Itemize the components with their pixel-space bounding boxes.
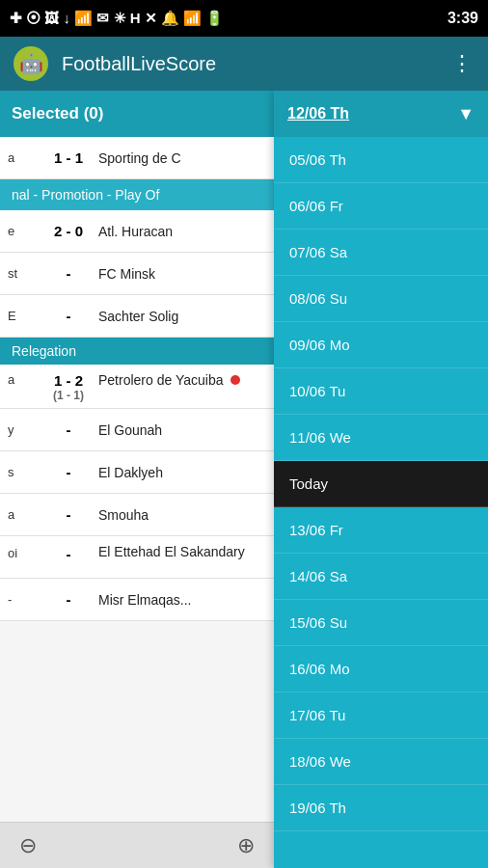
app-icon: 🤖 [14, 46, 48, 81]
dropdown-header[interactable]: 12/06 Th ▼ [274, 91, 488, 137]
match-score: - [44, 506, 93, 523]
zoom-bar: ⊖ ⊕ [0, 822, 274, 868]
match-row[interactable]: a - Smouha [0, 494, 274, 536]
date-item[interactable]: 15/06 Su [274, 600, 488, 646]
match-score: - [44, 591, 93, 608]
match-time: a [8, 150, 44, 165]
match-team: El Ettehad El Sakandary [93, 544, 266, 559]
app-bar: 🤖 FootballLiveScore ⋮ [0, 37, 488, 91]
status-bar: ✚ ⦿ 🖼 ↓ 📶 ✉ ✳ H ✕ 🔔 📶 🔋 3:39 [0, 0, 488, 37]
app-title: FootballLiveScore [62, 53, 451, 75]
match-time: oi [8, 544, 44, 560]
match-time: - [8, 592, 44, 607]
date-item[interactable]: 19/06 Th [274, 785, 488, 831]
match-score: - [44, 464, 93, 480]
status-left-icons: ✚ ⦿ 🖼 ↓ 📶 ✉ ✳ H ✕ 🔔 📶 🔋 [10, 10, 224, 27]
section-header-promotion: nal - Promotion - Play Of [0, 179, 274, 210]
overflow-menu-button[interactable]: ⋮ [451, 51, 474, 76]
date-item[interactable]: 08/06 Su [274, 276, 488, 322]
date-item[interactable]: 11/06 We [274, 415, 488, 461]
match-row[interactable]: E - Sachter Solig [0, 295, 274, 338]
match-score: - [44, 544, 93, 562]
match-time: a [8, 507, 44, 522]
status-time: 3:39 [447, 10, 478, 27]
date-item[interactable]: 05/06 Th [274, 137, 488, 183]
red-dot-indicator [230, 375, 240, 385]
match-time: s [8, 465, 44, 479]
date-item[interactable]: 09/06 Mo [274, 322, 488, 368]
match-row[interactable]: a 1 - 1 Sporting de C [0, 137, 274, 179]
date-item[interactable]: 10/06 Tu [274, 368, 488, 415]
match-row[interactable]: e 2 - 0 Atl. Huracan [0, 210, 274, 253]
match-score: - [44, 421, 93, 438]
match-row[interactable]: st - FC Minsk [0, 253, 274, 295]
selected-header: Selected (0) [0, 91, 274, 137]
match-row[interactable]: s - El Daklyeh [0, 451, 274, 494]
match-team: El Daklyeh [93, 465, 266, 480]
match-time: st [8, 266, 44, 281]
main-content: Selected (0) a 1 - 1 Sporting de C nal -… [0, 91, 488, 868]
section-label: nal - Promotion - Play Of [12, 187, 159, 203]
match-team: Sporting de C [93, 150, 266, 166]
date-dropdown-panel: 12/06 Th ▼ 05/06 Th 06/06 Fr 07/06 Sa 08… [274, 91, 488, 868]
zoom-in-button[interactable]: ⊕ [237, 833, 255, 858]
match-team: Petrolero de Yacuiba [93, 372, 266, 388]
left-panel: Selected (0) a 1 - 1 Sporting de C nal -… [0, 91, 274, 868]
match-time: e [8, 224, 44, 238]
dropdown-arrow-icon: ▼ [457, 104, 474, 124]
match-time: y [8, 422, 44, 437]
match-time: a [8, 372, 44, 387]
zoom-out-button[interactable]: ⊖ [19, 833, 37, 858]
match-sub-score: (1 - 1) [44, 389, 93, 402]
date-item[interactable]: 16/06 Mo [274, 646, 488, 692]
match-team: Smouha [93, 507, 266, 523]
match-row[interactable]: oi - El Ettehad El Sakandary [0, 536, 274, 579]
match-score: - [44, 265, 93, 282]
date-item[interactable]: 06/06 Fr [274, 183, 488, 230]
match-time: E [8, 309, 44, 323]
date-item[interactable]: 14/06 Sa [274, 554, 488, 600]
section-header-relegation: Relegation [0, 338, 274, 365]
match-row[interactable]: a 1 - 2 (1 - 1) Petrolero de Yacuiba [0, 365, 274, 409]
date-item[interactable]: 17/06 Tu [274, 692, 488, 739]
match-team: Atl. Huracan [93, 224, 266, 239]
match-team: Misr Elmaqas... [93, 592, 266, 608]
match-score: 1 - 1 [44, 149, 93, 166]
match-score: - [44, 308, 93, 324]
selected-label: Selected (0) [12, 104, 103, 123]
match-team: FC Minsk [93, 266, 266, 282]
match-score: 2 - 0 [44, 223, 93, 239]
date-item-today[interactable]: Today [274, 461, 488, 507]
match-team: Sachter Solig [93, 309, 266, 324]
date-item[interactable]: 18/06 We [274, 739, 488, 785]
status-icons: ✚ ⦿ 🖼 ↓ 📶 ✉ ✳ H ✕ 🔔 📶 🔋 [10, 10, 224, 27]
match-team: El Gounah [93, 422, 266, 438]
date-item[interactable]: 07/06 Sa [274, 230, 488, 276]
match-row[interactable]: y - El Gounah [0, 409, 274, 451]
relegation-label: Relegation [12, 343, 76, 359]
date-item[interactable]: 13/06 Fr [274, 507, 488, 554]
dropdown-current-date: 12/06 Th [287, 105, 349, 122]
match-row[interactable]: - - Misr Elmaqas... [0, 579, 274, 621]
match-score: 1 - 2 [44, 372, 93, 389]
